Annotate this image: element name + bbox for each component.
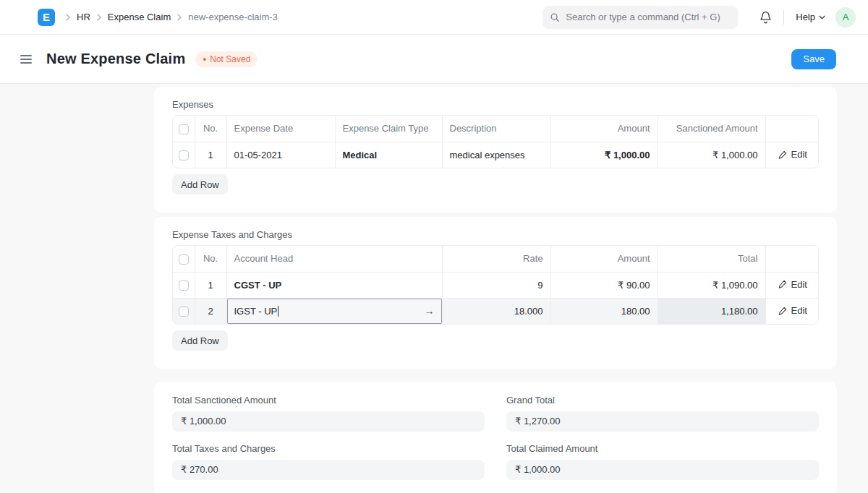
pencil-icon xyxy=(778,150,787,159)
breadcrumb-item-current[interactable]: new-expense-claim-3 xyxy=(188,12,278,22)
divider xyxy=(783,10,784,25)
pencil-icon xyxy=(778,306,787,315)
field-total-taxes-and-charges: Total Taxes and Charges ₹ 270.00 xyxy=(172,443,485,480)
field-total-sanctioned-amount: Total Sanctioned Amount ₹ 1,000.00 xyxy=(172,395,485,432)
select-all-checkbox[interactable] xyxy=(179,124,189,134)
col-no: No. xyxy=(195,116,226,142)
taxes-add-row-button[interactable]: Add Row xyxy=(172,330,228,351)
navbar: E HR Expense Claim new-expense-claim-3 xyxy=(0,0,868,35)
breadcrumb-item-hr[interactable]: HR xyxy=(77,12,90,22)
select-all-checkbox[interactable] xyxy=(179,254,189,265)
expenses-row-1: 1 01-05-2021 Medical medical expenses ₹ … xyxy=(173,142,819,168)
cell-no: 2 xyxy=(195,298,226,324)
search-input[interactable] xyxy=(566,12,731,22)
row-edit-button[interactable]: Edit xyxy=(778,279,807,290)
cell-expense-date[interactable]: 01-05-2021 xyxy=(226,142,335,168)
search-icon xyxy=(550,12,560,22)
app-logo-icon[interactable]: E xyxy=(38,9,55,26)
col-expense-claim-type: Expense Claim Type xyxy=(335,116,442,142)
cell-no: 1 xyxy=(195,142,226,168)
chevron-right-icon xyxy=(93,14,105,21)
taxes-section-label: Expense Taxes and Charges xyxy=(172,229,819,240)
save-button[interactable]: Save xyxy=(791,49,836,69)
account-head-input[interactable]: IGST - UP → xyxy=(226,298,442,324)
form-body: Expenses No. Expense Date Expense Claim … xyxy=(0,84,868,493)
col-rate: Rate xyxy=(442,246,550,272)
total-claimed-amount-value: ₹ 1,000.00 xyxy=(506,460,819,480)
col-amount: Amount xyxy=(550,246,658,272)
cell-total[interactable]: 1,180.00 xyxy=(658,298,765,324)
field-total-claimed-amount: Total Claimed Amount ₹ 1,000.00 xyxy=(506,443,819,480)
totals-section: Total Sanctioned Amount ₹ 1,000.00 Grand… xyxy=(154,382,837,493)
text-cursor xyxy=(278,306,278,317)
status-badge-label: Not Saved xyxy=(210,54,250,64)
cell-rate[interactable]: 18.000 xyxy=(442,298,550,324)
cell-amount[interactable]: ₹ 1,000.00 xyxy=(550,142,658,168)
taxes-section: Expense Taxes and Charges No. Account He… xyxy=(154,217,837,369)
col-expense-date: Expense Date xyxy=(226,116,335,142)
field-label: Total Claimed Amount xyxy=(506,443,819,454)
sidebar-toggle-icon[interactable] xyxy=(17,52,35,67)
breadcrumb-item-expense-claim[interactable]: Expense Claim xyxy=(108,12,171,22)
chevron-down-icon xyxy=(819,15,825,20)
row-edit-button[interactable]: Edit xyxy=(778,305,807,316)
taxes-header-row: No. Account Head Rate Amount Total xyxy=(173,246,819,272)
global-search[interactable] xyxy=(542,6,738,29)
chevron-right-icon xyxy=(62,14,74,21)
cell-expense-claim-type[interactable]: Medical xyxy=(335,142,442,168)
expenses-add-row-button[interactable]: Add Row xyxy=(172,174,228,194)
help-menu[interactable]: Help xyxy=(796,12,825,22)
pencil-icon xyxy=(778,280,787,288)
cell-description[interactable]: medical expenses xyxy=(442,142,550,168)
row-edit-button[interactable]: Edit xyxy=(778,149,807,160)
arrow-right-icon[interactable]: → xyxy=(425,305,435,317)
taxes-grid: No. Account Head Rate Amount Total 1 CGS… xyxy=(172,245,819,325)
total-taxes-and-charges-value: ₹ 270.00 xyxy=(172,460,485,480)
col-sanctioned-amount: Sanctioned Amount xyxy=(658,116,765,142)
col-total: Total xyxy=(658,246,765,272)
cell-account-head[interactable]: CGST - UP xyxy=(226,272,442,298)
col-description: Description xyxy=(442,116,550,142)
taxes-row-1: 1 CGST - UP 9 ₹ 90.00 ₹ 1,090.00 Edit xyxy=(173,272,819,298)
col-amount: Amount xyxy=(550,116,658,142)
cell-sanctioned-amount[interactable]: ₹ 1,000.00 xyxy=(658,142,765,168)
cell-total[interactable]: ₹ 1,090.00 xyxy=(658,272,765,298)
page-header: New Expense Claim • Not Saved Save xyxy=(0,35,868,84)
total-sanctioned-amount-value: ₹ 1,000.00 xyxy=(172,411,485,432)
chevron-right-icon xyxy=(174,14,185,21)
taxes-row-2: 2 IGST - UP → 18.000 180.00 1,180.00 xyxy=(173,298,819,324)
expenses-section: Expenses No. Expense Date Expense Claim … xyxy=(154,87,837,213)
cell-rate[interactable]: 9 xyxy=(442,272,550,298)
status-dot-icon: • xyxy=(203,54,206,64)
field-label: Total Taxes and Charges xyxy=(172,443,485,454)
col-account-head: Account Head xyxy=(226,246,442,272)
cell-amount[interactable]: ₹ 90.00 xyxy=(550,272,658,298)
grand-total-value: ₹ 1,270.00 xyxy=(506,411,819,432)
breadcrumb: HR Expense Claim new-expense-claim-3 xyxy=(62,12,278,22)
row-checkbox[interactable] xyxy=(179,306,189,317)
field-grand-total: Grand Total ₹ 1,270.00 xyxy=(506,395,819,432)
row-checkbox[interactable] xyxy=(179,150,189,160)
bell-icon xyxy=(760,11,772,24)
col-no: No. xyxy=(195,246,226,272)
expenses-grid: No. Expense Date Expense Claim Type Desc… xyxy=(172,115,819,168)
field-label: Grand Total xyxy=(506,395,819,406)
expenses-section-label: Expenses xyxy=(172,99,819,110)
cell-amount[interactable]: 180.00 xyxy=(550,298,658,324)
row-checkbox[interactable] xyxy=(179,280,189,291)
page-title: New Expense Claim xyxy=(46,51,185,67)
expenses-header-row: No. Expense Date Expense Claim Type Desc… xyxy=(173,116,819,142)
avatar[interactable]: A xyxy=(835,7,856,27)
cell-no: 1 xyxy=(195,272,226,298)
status-badge: • Not Saved xyxy=(195,51,258,67)
notifications-button[interactable] xyxy=(760,11,772,24)
help-label: Help xyxy=(796,12,815,22)
field-label: Total Sanctioned Amount xyxy=(172,395,485,406)
